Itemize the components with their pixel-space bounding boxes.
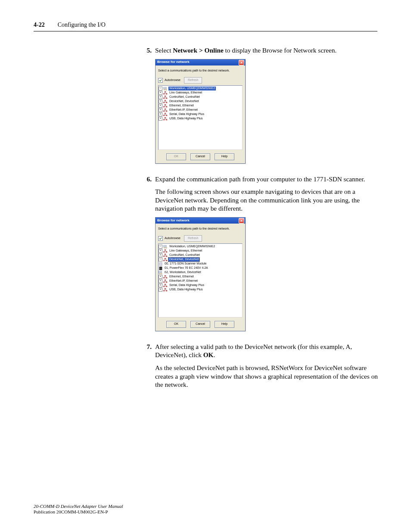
svg-rect-2 [165,91,166,92]
svg-rect-18 [163,115,165,116]
device-icon [159,267,163,270]
refresh-button[interactable]: Refresh [184,235,202,242]
network-icon [163,249,168,253]
expand-icon[interactable]: + [159,275,162,279]
tree-item[interactable]: Linx Gateways, Ethernet [168,91,203,95]
svg-rect-38 [165,275,166,276]
svg-rect-10 [166,102,167,103]
expand-icon[interactable]: + [159,253,162,257]
help-button[interactable]: Help [215,321,234,328]
tree-item[interactable]: EtherNet-IP, Ethernet [168,108,199,112]
tree-pane[interactable]: − Workstation, USMEQDMWISNIE2 +Linx Gate… [158,85,243,150]
svg-rect-16 [166,111,167,112]
workstation-icon [159,271,163,274]
step-number: 6. [139,175,155,338]
expand-icon[interactable]: + [159,288,162,292]
ok-button[interactable]: OK [166,153,186,160]
expand-icon[interactable]: + [159,91,162,95]
svg-rect-19 [166,115,167,116]
network-icon [163,100,168,103]
network-icon [163,258,168,261]
network-icon [163,104,168,108]
svg-rect-32 [163,260,165,261]
tree-item[interactable]: ControlNet, ControlNet [168,253,201,257]
svg-rect-12 [163,106,165,107]
tree-item[interactable]: USB, Data Highway Plus [168,117,203,121]
help-button[interactable]: Help [215,153,234,160]
tree-item[interactable]: USB, Data Highway Plus [168,288,203,292]
collapse-icon[interactable]: − [159,87,162,90]
svg-rect-30 [166,256,167,257]
tree-item[interactable]: ControlNet, ControlNet [168,95,201,99]
collapse-icon[interactable]: − [159,245,162,249]
cancel-button[interactable]: Cancel [190,321,210,328]
svg-rect-49 [166,290,167,291]
tree-item[interactable]: Ethernet, Ethernet [168,104,195,108]
dialog-instruction: Select a communications path to the desi… [158,227,243,231]
tree-item[interactable]: 00, 1771-SDN Scanner Module [164,262,207,266]
close-icon[interactable] [239,218,244,224]
svg-rect-46 [166,286,167,287]
ok-button[interactable]: OK [166,321,186,328]
svg-rect-24 [164,247,167,249]
autobrowse-checkbox[interactable] [158,78,163,83]
tree-root[interactable]: Workstation, USMEQDMWISNIE2 [168,87,216,90]
expand-icon[interactable]: + [159,95,162,99]
svg-rect-0 [163,87,166,89]
refresh-button[interactable]: Refresh [184,77,202,84]
expand-icon[interactable]: + [159,112,162,116]
svg-rect-5 [165,96,166,96]
svg-rect-1 [164,89,167,90]
svg-rect-39 [163,277,165,278]
tree-item[interactable]: EtherNet-IP, Ethernet [168,279,199,283]
header-rule [34,31,377,31]
network-icon [163,280,168,283]
svg-rect-8 [165,100,166,101]
step-6: 6. Expand the communication path from yo… [139,175,378,338]
browse-dialog-2: Browse for network Select a communicatio… [155,217,378,331]
tree-item[interactable]: Ethernet, Ethernet [168,275,195,279]
expand-icon[interactable]: + [159,104,162,108]
tree-item-selected[interactable]: DeviceNet, DeviceNet [168,258,199,261]
dialog-instruction: Select a communications path to the desi… [158,69,243,73]
network-icon [163,113,168,116]
titlebar[interactable]: Browse for network [156,218,245,224]
step-7: 7. After selecting a valid path to the D… [139,342,378,393]
tree-item[interactable]: 62, Workstation, DeviceNet [164,271,202,274]
step-number: 7. [139,342,155,393]
workstation-icon [163,245,168,249]
svg-rect-27 [166,252,167,252]
svg-rect-42 [163,282,165,283]
svg-rect-23 [163,245,166,247]
svg-rect-37 [159,273,162,274]
tree-item[interactable]: Serial, Data Highway Plus [168,283,205,287]
collapse-icon[interactable]: − [159,258,162,261]
expand-icon[interactable]: + [159,249,162,253]
network-icon [163,284,168,287]
tree-item[interactable]: DeviceNet, DeviceNet [168,100,199,103]
tree-item[interactable]: Serial, Data Highway Plus [168,112,205,116]
tree-pane[interactable]: − Workstation, USMEQDMWISNIE2 +Linx Gate… [158,243,243,317]
expand-icon[interactable]: + [159,117,162,121]
expand-icon[interactable]: + [159,108,162,112]
titlebar[interactable]: Browse for network [156,59,245,65]
svg-rect-3 [163,93,165,94]
manual-title: 20-COMM-D DeviceNet Adapter User Manual [34,504,123,509]
cancel-button[interactable]: Cancel [190,153,210,160]
svg-rect-33 [166,260,167,261]
svg-rect-45 [163,286,165,287]
chapter-title: Configuring the I/O [58,22,106,28]
publication-number: Publication 20COMM-UM002G-EN-P [34,509,123,515]
network-icon [163,275,168,279]
tree-item[interactable]: Linx Gateways, Ethernet [168,249,203,253]
close-icon[interactable] [239,60,244,65]
autobrowse-checkbox[interactable] [158,236,163,241]
browse-dialog-1: Browse for network Select a communicatio… [155,59,378,164]
expand-icon[interactable]: + [159,100,162,103]
svg-rect-40 [166,277,167,278]
svg-rect-29 [163,256,165,257]
tree-root[interactable]: Workstation, USMEQDMWISNIE2 [168,245,216,249]
tree-item[interactable]: 01, PowerFlex 70 EC 240V 4.2A [164,266,209,270]
expand-icon[interactable]: + [159,279,162,283]
expand-icon[interactable]: + [159,283,162,287]
